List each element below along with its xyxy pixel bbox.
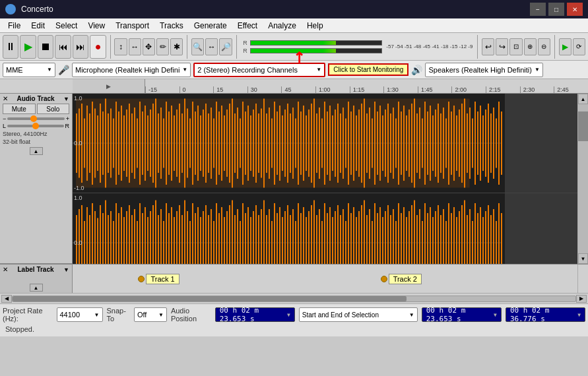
label-track-close[interactable]: ✕ [3, 266, 8, 273]
pause-button[interactable]: ⏸ [3, 35, 18, 59]
waveform-svg-top [73, 94, 577, 193]
track-expand-btn[interactable]: ▲ [30, 147, 43, 155]
stop-button[interactable]: ⏹ [38, 35, 53, 59]
svg-rect-202 [163, 221, 164, 264]
menu-analyze[interactable]: Analyze [263, 20, 302, 32]
svg-rect-53 [205, 104, 207, 183]
fit-project-button[interactable]: ⊡ [509, 38, 522, 55]
svg-rect-284 [379, 207, 381, 264]
zoom-out-tool[interactable]: 🔎 [219, 38, 232, 55]
svg-rect-322 [480, 207, 481, 264]
menu-help[interactable]: Help [302, 20, 329, 32]
svg-rect-109 [353, 106, 354, 181]
svg-rect-112 [361, 104, 362, 183]
redo-button[interactable]: ↪ [496, 38, 508, 55]
menu-edit[interactable]: Edit [26, 20, 50, 32]
envelope-tool[interactable]: ✥ [143, 38, 155, 55]
label-tag-2[interactable]: Track 2 [381, 274, 422, 284]
snap-to-select[interactable]: Off ▼ [134, 307, 167, 322]
svg-rect-174 [89, 215, 90, 264]
horizontal-scrollbar[interactable]: ◀ ▶ [0, 293, 588, 303]
snap-to-arrow: ▼ [158, 312, 164, 318]
svg-rect-225 [224, 217, 225, 264]
label-track-expand-btn[interactable]: ▲ [30, 284, 43, 292]
menu-tracks[interactable]: Tracks [154, 20, 189, 32]
svg-rect-303 [430, 207, 431, 264]
svg-rect-283 [377, 213, 378, 264]
timeline-ruler: ▶ -15 0 15 30 45 1:00 1:15 1:30 1:45 2:0… [0, 79, 588, 94]
maximize-button[interactable]: □ [548, 3, 564, 16]
speaker-arrow: ▼ [535, 67, 540, 73]
scroll-track[interactable] [578, 104, 588, 253]
menu-view[interactable]: View [82, 20, 110, 32]
multi-tool[interactable]: ✱ [170, 38, 183, 55]
vertical-scrollbar[interactable]: ▲ ▼ [577, 94, 588, 264]
hscroll-right-btn[interactable]: ▶ [576, 295, 587, 303]
undo-button[interactable]: ↩ [482, 38, 494, 55]
track-collapse-btn[interactable]: ▼ [63, 96, 69, 102]
svg-rect-103 [337, 104, 339, 183]
scroll-thumb[interactable] [578, 111, 588, 141]
zoom-out-small-button[interactable]: ⊖ [538, 38, 550, 55]
close-button[interactable]: ✕ [567, 3, 583, 16]
draw-tool[interactable]: ✏ [156, 38, 169, 55]
menu-generate[interactable]: Generate [189, 20, 232, 32]
svg-rect-153 [469, 108, 471, 179]
menu-transport[interactable]: Transport [110, 20, 154, 32]
speaker-select[interactable]: Speakers (Realtek High Definiti) ▼ [425, 63, 542, 77]
hscroll-left-btn[interactable]: ◀ [1, 295, 12, 303]
svg-rect-129 [406, 115, 407, 171]
minimize-button[interactable]: − [530, 3, 546, 16]
zoom-sel-button[interactable]: ⊕ [524, 38, 537, 55]
svg-rect-83 [284, 110, 286, 177]
svg-rect-273 [350, 213, 352, 264]
mute-button[interactable]: Mute [3, 104, 36, 114]
select-tool[interactable]: ↔ [129, 38, 141, 55]
scroll-down-btn[interactable]: ▼ [578, 253, 588, 264]
menu-file[interactable]: File [3, 20, 26, 32]
svg-rect-193 [139, 203, 141, 264]
driver-select[interactable]: MME ▼ [3, 63, 55, 77]
audio-position-display[interactable]: 00 h 02 m 23.653 s ▼ [215, 307, 295, 322]
hscroll-thumb[interactable] [13, 296, 407, 301]
channels-arrow: ▼ [316, 67, 321, 73]
gain-slider[interactable] [7, 117, 64, 120]
svg-rect-146 [451, 111, 452, 175]
svg-rect-215 [197, 207, 199, 264]
svg-rect-121 [385, 110, 386, 177]
sel-end-display[interactable]: 00 h 02 m 36.776 s ▼ [506, 307, 585, 322]
monitoring-button[interactable]: Click to Start Monitoring [328, 63, 408, 76]
prev-button[interactable]: ⏮ [55, 35, 71, 59]
play-button[interactable]: ▶ [20, 35, 36, 59]
record-button[interactable]: ● [90, 35, 106, 59]
loop-button[interactable]: ⟳ [573, 38, 585, 55]
svg-rect-307 [440, 215, 441, 264]
label-track-collapse[interactable]: ▼ [63, 266, 69, 273]
track-close-btn[interactable]: ✕ [3, 95, 8, 102]
menu-effect[interactable]: Effect [232, 20, 263, 32]
channels-select[interactable]: 2 (Stereo) Recording Channels ▼ [193, 63, 325, 77]
svg-rect-82 [282, 115, 283, 171]
hscroll-track[interactable] [12, 296, 576, 302]
project-rate-select[interactable]: 44100 ▼ [57, 307, 103, 322]
pan-slider[interactable] [7, 125, 63, 127]
play-green-button[interactable]: ▶ [559, 38, 572, 55]
sel-start-display[interactable]: 00 h 02 m 23.653 s ▼ [422, 307, 502, 322]
menu-select[interactable]: Select [50, 20, 82, 32]
svg-rect-18 [113, 119, 114, 168]
svg-rect-17 [110, 109, 112, 178]
zoom-in-tool[interactable]: 🔍 [191, 38, 204, 55]
next-button[interactable]: ⏭ [73, 35, 88, 59]
label-tag-1[interactable]: Track 1 [138, 274, 179, 284]
solo-button[interactable]: Solo [37, 104, 70, 114]
cursor-tool[interactable]: ↕ [114, 38, 127, 55]
mic-select[interactable]: Microphone (Realtek High Defini ▼ [72, 63, 191, 77]
waveform-channel-bottom[interactable]: 1.0 0.0 -1.0 [73, 193, 577, 264]
selection-type-select[interactable]: Start and End of Selection ▼ [299, 307, 418, 322]
svg-rect-40 [171, 106, 172, 181]
scroll-up-btn[interactable]: ▲ [578, 94, 588, 104]
svg-rect-311 [451, 213, 452, 264]
waveform-channel-top[interactable]: 1.0 0.0 -1.0 [73, 94, 577, 193]
fit-tool[interactable]: ↔ [205, 38, 218, 55]
selection-label: Start and End of Selection [302, 311, 379, 319]
